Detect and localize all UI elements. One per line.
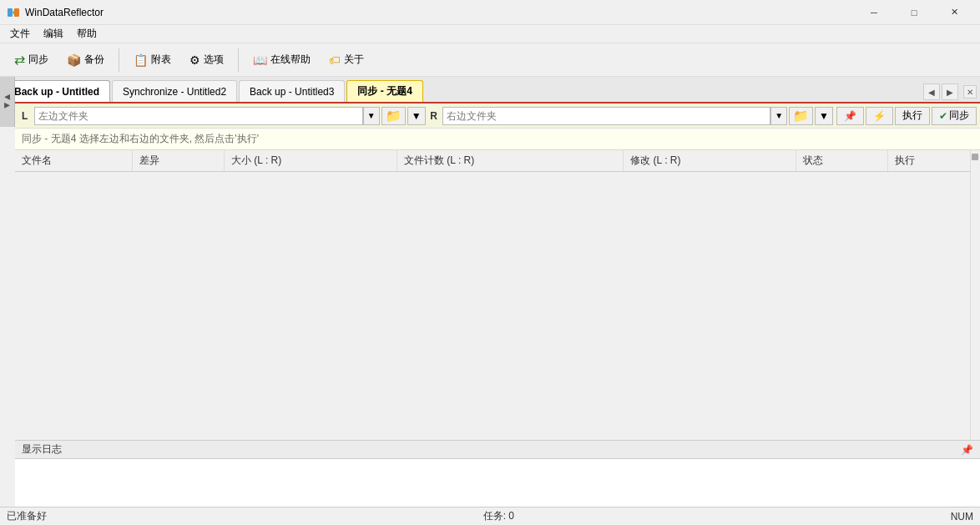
options-label: 选项 [204, 53, 224, 67]
options-icon: ⚙ [189, 53, 200, 67]
menu-bar: 文件 编辑 帮助 [0, 25, 980, 43]
folder-row: L ▼ 📁 ▼ R ▼ 📁 ▼ 📌 ⚡ 执行 ✔ 同步 [15, 103, 980, 129]
col-status[interactable]: 状态 [796, 150, 888, 172]
toolbar-separator-1 [119, 48, 119, 72]
table-container: 文件名 差异 大小 (L : R) 文件计数 (L : R) 修改 (L : R… [15, 150, 980, 440]
tab-nav-controls: ◀ ▶ ✕ [923, 83, 977, 102]
status-ready: 已准备好 [7, 509, 47, 523]
about-label: 关于 [344, 53, 364, 67]
menu-edit[interactable]: 编辑 [37, 25, 70, 43]
col-filecount[interactable]: 文件计数 (L : R) [397, 150, 623, 172]
col-size[interactable]: 大小 (L : R) [225, 150, 397, 172]
svg-marker-2 [13, 10, 14, 15]
help-label: 在线帮助 [270, 53, 311, 67]
backup-button[interactable]: 📦 备份 [59, 48, 112, 71]
title-bar-left: WinDataReflector [7, 6, 104, 19]
sync-action-button[interactable]: ✔ 同步 [932, 107, 977, 125]
sync-action-label: 同步 [949, 109, 969, 123]
log-content [15, 459, 980, 507]
status-tasks: 任务: 0 [483, 509, 514, 523]
svg-rect-1 [14, 8, 19, 17]
main-table: 文件名 差异 大小 (L : R) 文件计数 (L : R) 修改 (L : R… [15, 150, 980, 172]
info-message: 同步 - 无题4 选择左边和右边的文件夹, 然后点击'执行' [22, 132, 259, 146]
tab-label: 同步 - 无题4 [357, 84, 412, 98]
info-bar: 同步 - 无题4 选择左边和右边的文件夹, 然后点击'执行' [15, 129, 980, 150]
left-folder-dropdown[interactable]: ▼ [363, 107, 380, 125]
right-folder-dropdown[interactable]: ▼ [770, 107, 787, 125]
scroll-dot [972, 154, 978, 160]
log-title: 显示日志 [22, 442, 62, 457]
app-title: WinDataReflector [25, 7, 104, 18]
left-folder-input[interactable] [34, 107, 362, 125]
status-bar: 已准备好 任务: 0 NUM [0, 507, 980, 525]
tab-sync-untitled4[interactable]: 同步 - 无题4 [346, 80, 422, 102]
app-icon [7, 6, 20, 19]
left-folder-label: L [18, 110, 31, 122]
col-diff[interactable]: 差异 [133, 150, 225, 172]
table-header-row: 文件名 差异 大小 (L : R) 文件计数 (L : R) 修改 (L : R… [15, 150, 980, 172]
check-icon: ✔ [939, 110, 947, 122]
attach-label: 附表 [151, 53, 171, 67]
left-folder-browse[interactable]: 📁 [381, 107, 406, 125]
about-icon: 🏷 [329, 53, 341, 67]
right-folder-input[interactable] [442, 107, 770, 125]
tab-backup-untitled[interactable]: Back up - Untitled [3, 80, 110, 102]
help-button[interactable]: 📖 在线帮助 [245, 48, 318, 71]
tab-label: Back up - Untitled [14, 86, 99, 98]
thunder-icon: ⚡ [873, 110, 886, 122]
folder-separator: R [426, 110, 442, 122]
tab-label: Back up - Untitled3 [250, 86, 334, 98]
tab-next-button[interactable]: ▶ [942, 83, 958, 100]
menu-help[interactable]: 帮助 [70, 25, 104, 43]
tab-backup-untitled3[interactable]: Back up - Untitled3 [239, 80, 345, 102]
col-modified[interactable]: 修改 (L : R) [624, 150, 796, 172]
help-icon: 📖 [253, 53, 267, 67]
about-button[interactable]: 🏷 关于 [321, 48, 371, 71]
log-pin-icon[interactable]: 📌 [961, 444, 973, 456]
toolbar: ⇄ 同步 📦 备份 📋 附表 ⚙ 选项 📖 在线帮助 🏷 关于 [0, 43, 980, 77]
tab-prev-button[interactable]: ◀ [923, 83, 940, 100]
pin-button[interactable]: 📌 [836, 107, 864, 125]
pin-icon: 📌 [844, 110, 856, 122]
action-buttons: 📌 ⚡ 执行 ✔ 同步 [836, 107, 977, 125]
right-folder-browse[interactable]: 📁 [789, 107, 813, 125]
workspace: L ▼ 📁 ▼ R ▼ 📁 ▼ 📌 ⚡ 执行 ✔ 同步 [15, 103, 980, 507]
status-num: NUM [951, 511, 973, 522]
tab-synchronize-untitled2[interactable]: Synchronize - Untitled2 [112, 80, 237, 102]
scroll-indicator[interactable] [970, 150, 980, 440]
col-filename[interactable]: 文件名 [15, 150, 133, 172]
title-bar: WinDataReflector ─ □ ✕ [0, 0, 980, 25]
attach-icon: 📋 [134, 53, 148, 67]
menu-file[interactable]: 文件 [3, 25, 37, 43]
toolbar-separator-2 [238, 48, 239, 72]
svg-rect-0 [8, 8, 13, 17]
tab-label: Synchronize - Untitled2 [123, 86, 226, 98]
close-button[interactable]: ✕ [935, 0, 973, 25]
right-folder-dropdown2[interactable]: ▼ [815, 107, 833, 125]
tab-close-button[interactable]: ✕ [963, 85, 977, 98]
sidebar-toggle[interactable]: ◀▶ [0, 77, 15, 127]
attach-button[interactable]: 📋 附表 [126, 48, 179, 71]
log-header: 显示日志 📌 [15, 441, 980, 459]
tabs-container: Back up - Untitled Synchronize - Untitle… [0, 77, 980, 103]
col-exec[interactable]: 执行 [888, 150, 980, 172]
folder-icon-right: 📁 [793, 109, 809, 124]
sync-icon: ⇄ [14, 52, 25, 68]
thunder-button[interactable]: ⚡ [866, 107, 893, 125]
exec-button[interactable]: 执行 [895, 107, 930, 125]
window-controls: ─ □ ✕ [855, 0, 973, 25]
tabs-area: ◀▶ Back up - Untitled Synchronize - Unti… [0, 77, 980, 103]
left-folder-dropdown2[interactable]: ▼ [407, 107, 426, 125]
maximize-button[interactable]: □ [895, 0, 933, 25]
folder-icon: 📁 [386, 109, 402, 124]
log-area: 显示日志 📌 [15, 440, 980, 507]
sync-label: 同步 [28, 53, 48, 67]
backup-label: 备份 [84, 53, 104, 67]
minimize-button[interactable]: ─ [855, 0, 893, 25]
exec-label: 执行 [902, 109, 922, 123]
sync-button[interactable]: ⇄ 同步 [7, 48, 56, 72]
backup-icon: 📦 [67, 53, 81, 67]
options-button[interactable]: ⚙ 选项 [182, 48, 231, 71]
